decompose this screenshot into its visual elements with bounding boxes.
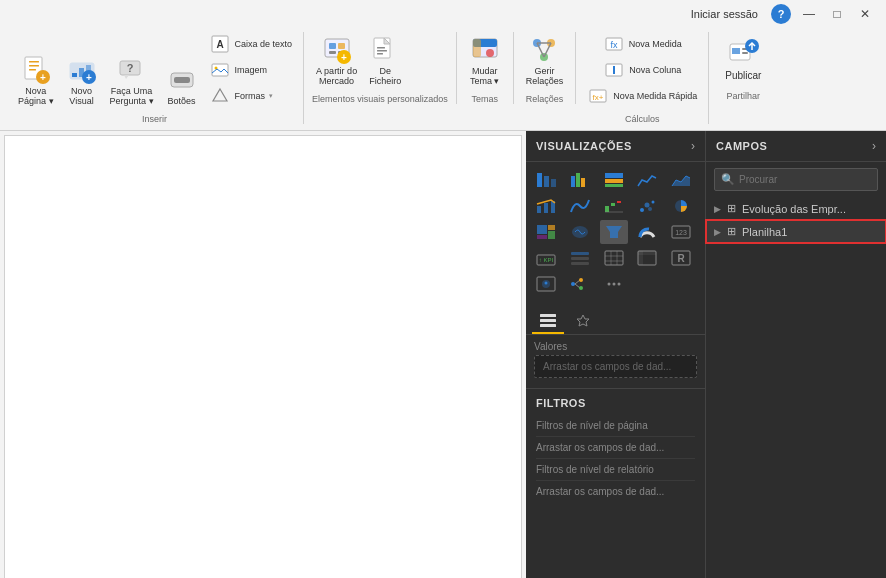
filtro-item-1[interactable]: Arrastar os campos de dad... <box>536 437 695 459</box>
viz-icon-matrix[interactable] <box>633 246 661 270</box>
nova-pagina-button[interactable]: + Nova Página ▾ <box>14 52 58 108</box>
viz-panel-chevron[interactable]: › <box>691 139 695 153</box>
nova-pagina-icon: + <box>20 54 52 86</box>
minimize-button[interactable]: — <box>796 4 822 24</box>
nova-coluna-label: Nova Coluna <box>629 65 681 75</box>
campos-panel-chevron[interactable]: › <box>872 139 876 153</box>
viz-icon-waterfall[interactable] <box>600 194 628 218</box>
campos-search-input[interactable] <box>739 174 871 185</box>
svg-text:A: A <box>216 39 223 50</box>
svg-rect-33 <box>377 53 383 55</box>
gerir-relacoes-button[interactable]: Gerir Relações <box>522 32 568 88</box>
de-ficheiro-label2: Ficheiro <box>369 76 401 86</box>
viz-icon-kpi[interactable]: ↑ KPI <box>532 246 560 270</box>
viz-icon-100-bar[interactable] <box>600 168 628 192</box>
svg-rect-113 <box>540 319 556 322</box>
viz-icon-clustered-bar[interactable] <box>566 168 594 192</box>
viz-icon-funnel[interactable] <box>600 220 628 244</box>
svg-text:fx+: fx+ <box>593 93 604 102</box>
svg-rect-81 <box>537 235 547 239</box>
mudar-tema-icon <box>469 34 501 66</box>
svg-marker-83 <box>606 226 622 238</box>
svg-point-111 <box>617 283 620 286</box>
svg-rect-32 <box>377 50 387 52</box>
filtro-item-3[interactable]: Arrastar os campos de dad... <box>536 481 695 502</box>
viz-tab-fields[interactable] <box>532 310 564 334</box>
viz-icon-slicer[interactable] <box>566 246 594 270</box>
svg-rect-23 <box>329 43 336 49</box>
tree-item-evolucao[interactable]: ▶ ⊞ Evolução das Empr... <box>706 197 886 220</box>
a-partir-label: A partir do <box>316 66 357 76</box>
help-button[interactable]: ? <box>771 4 791 24</box>
ribbon-relacoes-items: Gerir Relações <box>522 32 568 88</box>
filtros-title: FILTROS <box>536 397 695 409</box>
viz-icon-gauge[interactable] <box>633 220 661 244</box>
viz-icon-scatter[interactable] <box>633 194 661 218</box>
viz-icon-line-bar[interactable] <box>532 194 560 218</box>
ribbon-group-partilhar: Publicar Partilhar <box>709 32 777 101</box>
viz-icon-table[interactable] <box>600 246 628 270</box>
nova-coluna-button[interactable]: Nova Coluna <box>584 58 700 82</box>
canvas-area <box>4 135 522 578</box>
viz-icon-r-visual[interactable]: R <box>667 246 695 270</box>
viz-icon-treemap[interactable] <box>532 220 560 244</box>
viz-icon-area-chart[interactable] <box>667 168 695 192</box>
viz-icon-decomp-tree[interactable] <box>566 272 594 296</box>
imagem-button[interactable]: Imagem <box>206 58 271 82</box>
table-icon-planilha1: ⊞ <box>727 225 736 238</box>
svg-rect-88 <box>571 252 589 255</box>
svg-rect-36 <box>473 39 481 57</box>
svg-rect-78 <box>537 225 547 234</box>
svg-point-73 <box>640 208 644 212</box>
campos-panel-title: CAMPOS <box>716 140 767 152</box>
main-area: VISUALIZAÇÕES › <box>0 131 886 578</box>
viz-icon-ribbon[interactable] <box>566 194 594 218</box>
viz-icon-card[interactable]: 123 <box>667 220 695 244</box>
valores-section: Valores Arrastar os campos de dad... <box>526 335 705 388</box>
ribbon-temas-items: Mudar Tema ▾ <box>465 32 505 88</box>
a-partir-button[interactable]: + A partir do Mercado <box>312 32 361 88</box>
de-ficheiro-button[interactable]: De Ficheiro <box>365 32 405 88</box>
valores-drop-zone[interactable]: Arrastar os campos de dad... <box>534 355 697 378</box>
svg-rect-1 <box>29 61 39 63</box>
svg-marker-65 <box>672 176 690 186</box>
search-icon: 🔍 <box>721 173 735 186</box>
ribbon: + Nova Página ▾ + <box>0 28 886 131</box>
svg-rect-67 <box>544 203 548 213</box>
mudar-tema-label: Mudar <box>472 66 498 76</box>
publicar-button[interactable]: Publicar <box>717 32 769 85</box>
faca-pergunta-button[interactable]: ? Faça Uma Pergunta ▾ <box>106 52 158 108</box>
mudar-tema-button[interactable]: Mudar Tema ▾ <box>465 32 505 88</box>
svg-rect-90 <box>571 262 589 265</box>
viz-icon-azure-map[interactable] <box>532 272 560 296</box>
botoes-button[interactable]: Botões <box>162 62 202 108</box>
maximize-button[interactable]: □ <box>824 4 850 24</box>
viz-icon-stacked-bar[interactable] <box>532 168 560 192</box>
filtro-item-0[interactable]: Filtros de nível de página <box>536 415 695 437</box>
viz-icon-filled-map[interactable] <box>566 220 594 244</box>
nova-medida-rapida-icon: fx+ <box>587 85 609 107</box>
formas-button[interactable]: Formas ▾ <box>206 84 277 108</box>
campos-search-box[interactable]: 🔍 <box>714 168 878 191</box>
viz-tab-format[interactable] <box>568 310 598 334</box>
tree-item-planilha1[interactable]: ▶ ⊞ Planilha1 <box>706 220 886 243</box>
svg-point-75 <box>652 201 655 204</box>
partilhar-group-label: Partilhar <box>717 91 769 101</box>
right-panels: VISUALIZAÇÕES › <box>526 131 886 578</box>
ribbon-elementos-items: + A partir do Mercado De Fich <box>312 32 405 88</box>
svg-rect-64 <box>605 184 623 187</box>
close-button[interactable]: ✕ <box>852 4 878 24</box>
svg-rect-3 <box>29 69 36 71</box>
filtro-item-2[interactable]: Filtros de nível de relatório <box>536 459 695 481</box>
svg-text:↑ KPI: ↑ KPI <box>539 257 554 263</box>
novo-visual-button[interactable]: + Novo Visual <box>62 52 102 108</box>
imagem-label: Imagem <box>235 65 268 75</box>
iniciar-sessao-link[interactable]: Iniciar sessão <box>691 8 758 20</box>
nova-medida-button[interactable]: fx Nova Medida <box>584 32 700 56</box>
viz-icon-more[interactable] <box>600 272 628 296</box>
viz-icon-pie[interactable] <box>667 194 695 218</box>
svg-rect-56 <box>537 173 542 187</box>
nova-medida-rapida-button[interactable]: fx+ Nova Medida Rápida <box>584 84 700 108</box>
caixa-texto-button[interactable]: A Caixa de texto <box>206 32 296 56</box>
viz-icon-line-chart[interactable] <box>633 168 661 192</box>
